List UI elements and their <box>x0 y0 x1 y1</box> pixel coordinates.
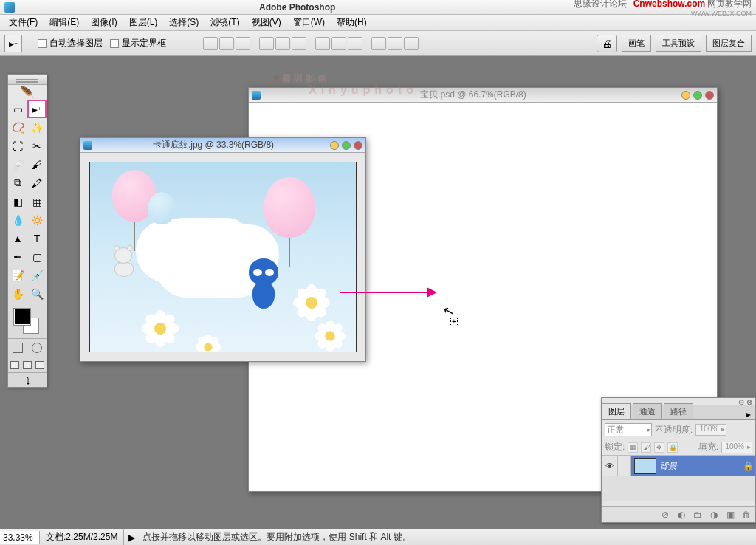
align-top-icon[interactable] <box>203 37 218 50</box>
toolbox-grip[interactable] <box>8 75 47 85</box>
hand-tool[interactable]: ✋ <box>8 284 27 303</box>
quickmask-mode-icon[interactable] <box>27 339 47 357</box>
document-size-info[interactable]: 文档:2.25M/2.25M <box>40 529 124 545</box>
palette-well-icon[interactable] <box>597 35 617 52</box>
menu-window[interactable]: 窗口(W) <box>287 14 331 31</box>
status-menu-icon[interactable]: ▶ <box>124 532 140 543</box>
layer-lock-icon: 🔒 <box>740 461 755 471</box>
document-window-1[interactable]: 卡通底纹.jpg @ 33.3%(RGB/8) <box>80 137 366 362</box>
distribute-hcenter-icon[interactable] <box>388 37 402 50</box>
screen-standard-icon[interactable] <box>8 357 21 372</box>
shape-tool[interactable]: ▢ <box>27 247 47 266</box>
menu-help[interactable]: 帮助(H) <box>331 14 373 31</box>
clone-stamp-tool[interactable]: ⧉ <box>8 174 27 192</box>
show-bounds-checkbox[interactable]: 显示定界框 <box>110 37 166 49</box>
current-tool-indicator[interactable]: ▸+ <box>4 35 22 52</box>
screen-full-icon[interactable] <box>34 357 47 372</box>
lock-all-icon[interactable]: 🔒 <box>667 442 678 453</box>
tab-layer-comps[interactable]: 图层复合 <box>706 35 752 52</box>
visibility-icon[interactable]: 👁 <box>602 456 618 476</box>
eyedropper-tool[interactable]: 💉 <box>27 266 47 284</box>
lock-position-icon[interactable]: ✥ <box>654 442 664 453</box>
brush-tool[interactable]: 🖌 <box>27 155 47 174</box>
menu-file[interactable]: 文件(F) <box>3 14 44 31</box>
lock-transparency-icon[interactable]: ▦ <box>628 442 638 453</box>
tab-paths[interactable]: 路径 <box>664 403 693 419</box>
opacity-input[interactable]: 100% <box>695 424 726 436</box>
distribute-left-icon[interactable] <box>371 37 386 50</box>
gradient-tool[interactable]: ▦ <box>27 192 47 210</box>
minimize-icon[interactable] <box>330 141 339 150</box>
tab-layers[interactable]: 图层 <box>602 403 631 419</box>
menu-edit[interactable]: 编辑(E) <box>44 14 85 31</box>
panel-close-icon[interactable]: ⊗ <box>746 398 752 406</box>
lock-label: 锁定: <box>605 441 625 453</box>
document-1-titlebar[interactable]: 卡通底纹.jpg @ 33.3%(RGB/8) <box>80 138 365 153</box>
history-brush-tool[interactable]: 🖍 <box>27 174 47 192</box>
blur-tool[interactable]: 💧 <box>8 210 27 229</box>
magic-wand-tool[interactable]: ✨ <box>27 118 47 137</box>
delete-layer-icon[interactable]: 🗑 <box>740 509 752 521</box>
distribute-right-icon[interactable] <box>404 37 419 50</box>
type-tool[interactable]: T <box>27 229 47 247</box>
maximize-icon[interactable] <box>342 141 351 150</box>
close-icon[interactable] <box>705 91 714 100</box>
crop-tool[interactable]: ⛶ <box>8 137 27 155</box>
panel-minimize-icon[interactable]: ⊖ <box>738 398 744 406</box>
minimize-icon[interactable] <box>681 91 690 100</box>
auto-select-layer-checkbox[interactable]: 自动选择图层 <box>38 37 103 49</box>
tab-tool-presets[interactable]: 工具预设 <box>656 35 701 52</box>
layer-mask-icon[interactable]: ◐ <box>676 509 687 521</box>
menu-image[interactable]: 图像(I) <box>85 14 123 31</box>
color-swatches[interactable] <box>11 306 44 335</box>
menu-layer[interactable]: 图层(L) <box>123 14 164 31</box>
zoom-level-input[interactable]: 33.33% <box>0 531 40 544</box>
distribute-top-icon[interactable] <box>315 37 330 50</box>
blend-mode-select[interactable]: 正常▾ <box>605 423 652 436</box>
eraser-tool[interactable]: ◧ <box>8 192 27 210</box>
menu-filter[interactable]: 滤镜(T) <box>205 14 245 31</box>
slice-tool[interactable]: ✂ <box>27 137 47 155</box>
healing-brush-tool[interactable]: 🩹 <box>8 155 27 174</box>
layers-list[interactable]: 👁 背景 🔒 <box>602 456 755 501</box>
move-tool[interactable]: ▸+ <box>27 100 47 118</box>
jump-to-imageready-icon[interactable]: ⤵ <box>8 372 47 387</box>
adjustment-layer-icon[interactable]: ◑ <box>708 509 720 521</box>
align-left-icon[interactable] <box>259 37 274 50</box>
new-layer-icon[interactable]: ▣ <box>724 509 736 521</box>
panel-menu-icon[interactable]: ▸ <box>742 409 755 419</box>
new-set-icon[interactable]: 🗀 <box>692 509 704 521</box>
close-icon[interactable] <box>354 141 362 150</box>
tab-brushes[interactable]: 画笔 <box>622 35 651 52</box>
lasso-tool[interactable]: 📿 <box>8 118 27 137</box>
distribute-bottom-icon[interactable] <box>348 37 362 50</box>
layer-thumbnail[interactable] <box>634 458 656 474</box>
path-select-tool[interactable]: ▲ <box>8 229 27 247</box>
tab-channels[interactable]: 通道 <box>633 403 662 419</box>
document-1-canvas[interactable] <box>89 162 357 352</box>
layer-name[interactable]: 背景 <box>659 460 740 473</box>
zoom-tool[interactable]: 🔍 <box>27 284 47 303</box>
link-column[interactable] <box>618 456 631 476</box>
notes-tool[interactable]: 📝 <box>8 266 27 284</box>
layer-row-background[interactable]: 👁 背景 🔒 <box>602 456 755 476</box>
align-right-icon[interactable] <box>292 37 306 50</box>
align-hcenter-icon[interactable] <box>275 37 290 50</box>
dodge-tool[interactable]: 🔅 <box>27 210 47 229</box>
screen-menubar-icon[interactable] <box>21 357 33 372</box>
lock-pixels-icon[interactable]: 🖌 <box>641 442 651 453</box>
cartoon-image <box>90 162 356 352</box>
marquee-tool[interactable]: ▭ <box>8 100 27 118</box>
menu-view[interactable]: 视图(V) <box>246 14 287 31</box>
layer-style-icon[interactable]: ⊘ <box>659 509 671 521</box>
fill-input[interactable]: 100% <box>721 442 752 453</box>
foreground-color[interactable] <box>14 309 30 325</box>
maximize-icon[interactable] <box>693 91 702 100</box>
align-vcenter-icon[interactable] <box>219 37 234 50</box>
align-bottom-icon[interactable] <box>236 37 250 50</box>
menu-select[interactable]: 选择(S) <box>163 14 205 31</box>
standard-mode-icon[interactable] <box>8 339 27 357</box>
pen-tool[interactable]: ✒ <box>8 247 27 266</box>
document-2-titlebar[interactable]: 宝贝.psd @ 66.7%(RGB/8) <box>249 88 717 103</box>
distribute-vcenter-icon[interactable] <box>331 37 346 50</box>
